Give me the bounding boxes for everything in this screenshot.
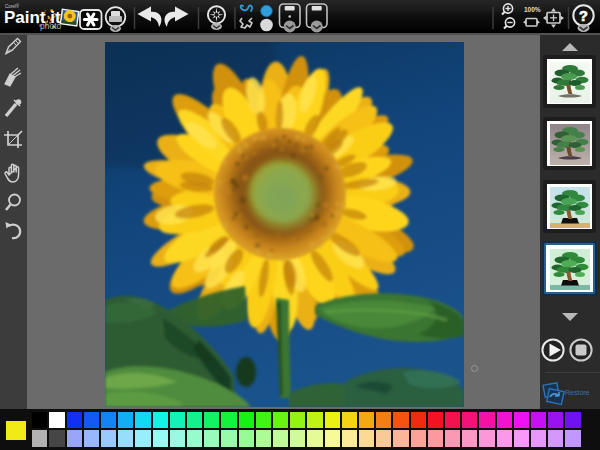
svg-text:?: ? xyxy=(579,8,588,24)
svg-text:100%: 100% xyxy=(524,6,541,13)
svg-text:photo: photo xyxy=(40,21,62,31)
